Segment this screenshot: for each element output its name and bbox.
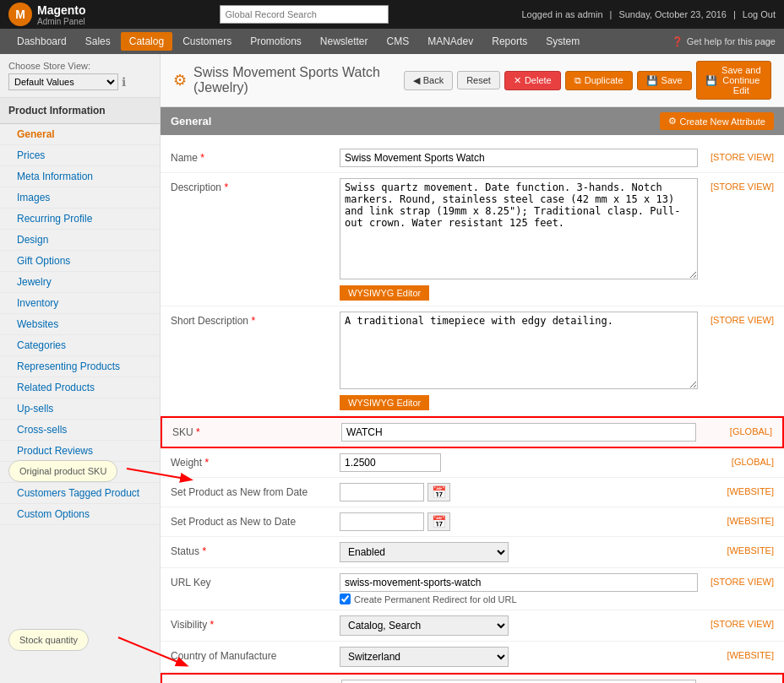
description-scope[interactable]: [STORE VIEW] — [698, 178, 774, 192]
status-select[interactable]: Enabled Disabled — [340, 542, 509, 562]
logout-link[interactable]: Log Out — [743, 9, 776, 19]
visibility-label: Visibility * — [171, 615, 340, 631]
sku-input-wrapper — [341, 423, 696, 442]
store-view-selector: Choose Store View: Default Values ℹ — [0, 54, 160, 98]
visibility-scope[interactable]: [STORE VIEW] — [698, 615, 774, 629]
rep-qty-input[interactable] — [341, 680, 696, 683]
header-search[interactable] — [220, 5, 389, 24]
visibility-input-wrapper: Catalog, Search Catalog Search Not Visib… — [340, 615, 698, 636]
sidebar-item-design[interactable]: Design — [0, 230, 160, 251]
sidebar-item-upsells[interactable]: Up-sells — [0, 398, 160, 420]
nav-reports[interactable]: Reports — [483, 32, 536, 51]
country-scope[interactable]: [WEBSITE] — [698, 647, 774, 660]
sidebar-item-gift[interactable]: Gift Options — [0, 251, 160, 272]
sidebar-item-customers-tagged[interactable]: Customers Tagged Product — [0, 483, 160, 504]
url-scope[interactable]: [STORE VIEW] — [698, 573, 774, 587]
nav-help[interactable]: ❓ Get help for this page — [672, 36, 776, 47]
sidebar-item-jewelry[interactable]: Jewelry — [0, 272, 160, 293]
wysiwyg-editor-btn-1[interactable]: WYSIWYG Editor — [340, 285, 429, 301]
delete-button[interactable]: ✕ Delete — [504, 71, 561, 90]
nav-system[interactable]: System — [537, 32, 588, 51]
nav-promotions[interactable]: Promotions — [242, 32, 310, 51]
short-desc-scope[interactable]: [STORE VIEW] — [698, 312, 774, 325]
name-input[interactable] — [340, 149, 698, 167]
new-from-input[interactable] — [340, 483, 424, 501]
url-key-input[interactable] — [340, 573, 698, 592]
save-continue-icon: 💾 — [705, 75, 717, 86]
sidebar-item-general[interactable]: General — [0, 124, 160, 145]
visibility-required: * — [210, 619, 214, 631]
sidebar-item-representing[interactable]: Representing Products — [0, 356, 160, 377]
info-icon[interactable]: ℹ — [122, 75, 126, 89]
sidebar-item-related[interactable]: Related Products — [0, 377, 160, 398]
rep-qty-scope[interactable]: [GLOBAL] — [696, 680, 772, 683]
callout-stock-text: Stock quantity — [19, 635, 78, 645]
sidebar: Choose Store View: Default Values ℹ Prod… — [0, 54, 161, 683]
global-search-input[interactable] — [220, 5, 389, 24]
url-key-label: URL Key — [171, 573, 340, 588]
nav-cms[interactable]: CMS — [378, 32, 418, 51]
user-info: Logged in as admin — [522, 9, 603, 19]
save-button[interactable]: 💾 Save — [637, 71, 692, 90]
sidebar-item-websites[interactable]: Websites — [0, 314, 160, 335]
short-description-row: Short Description * A traditional timepi… — [161, 306, 784, 416]
visibility-row: Visibility * Catalog, Search Catalog Sea… — [161, 610, 784, 642]
sku-scope[interactable]: [GLOBAL] — [696, 423, 772, 436]
nav-catalog[interactable]: Catalog — [121, 32, 172, 51]
short-description-textarea[interactable]: A traditional timepiece with edgy detail… — [340, 312, 698, 389]
wysiwyg-editor-btn-2[interactable]: WYSIWYG Editor — [340, 395, 429, 410]
store-view-select[interactable]: Default Values — [8, 73, 118, 90]
url-redirect-checkbox[interactable] — [340, 594, 351, 604]
new-from-calendar-btn[interactable]: 📅 — [427, 483, 450, 501]
short-desc-input-wrapper: A traditional timepiece with edgy detail… — [340, 312, 698, 410]
weight-scope[interactable]: [GLOBAL] — [698, 453, 774, 467]
save-continue-button[interactable]: 💾 Save and Continue Edit — [696, 61, 771, 100]
status-input-wrapper: Enabled Disabled — [340, 542, 698, 562]
url-key-row: URL Key Create Permanent Redirect for ol… — [161, 568, 784, 610]
back-button[interactable]: ◀ Back — [404, 71, 453, 90]
main-nav: Dashboard Sales Catalog Customers Promot… — [0, 29, 784, 54]
sku-input[interactable] — [341, 423, 696, 442]
description-textarea[interactable]: Swiss quartz movement. Date function. 3-… — [340, 178, 698, 279]
section-general-header: General ⚙ Create New Attribute — [161, 107, 784, 135]
weight-input[interactable] — [340, 453, 441, 472]
nav-customers[interactable]: Customers — [174, 32, 240, 51]
weight-label: Weight * — [171, 453, 340, 469]
short-desc-label: Short Description * — [171, 312, 340, 327]
name-scope[interactable]: [STORE VIEW] — [698, 149, 774, 162]
nav-manadev[interactable]: MANAdev — [419, 32, 482, 51]
new-to-scope[interactable]: [WEBSITE] — [698, 512, 774, 526]
help-icon: ❓ — [672, 36, 683, 47]
sku-row: SKU * [GLOBAL] — [161, 416, 784, 448]
create-attribute-button[interactable]: ⚙ Create New Attribute — [660, 112, 775, 130]
country-select[interactable]: Switzerland — [340, 647, 509, 667]
new-from-row: Set Product as New from Date 📅 [WEBSITE] — [161, 478, 784, 507]
sidebar-item-meta[interactable]: Meta Information — [0, 166, 160, 187]
visibility-select[interactable]: Catalog, Search Catalog Search Not Visib… — [340, 615, 509, 636]
nav-sales[interactable]: Sales — [77, 32, 119, 51]
sidebar-item-recurring[interactable]: Recurring Profile — [0, 209, 160, 230]
url-key-input-wrapper: Create Permanent Redirect for old URL — [340, 573, 698, 604]
sidebar-item-images[interactable]: Images — [0, 187, 160, 209]
sidebar-item-prices[interactable]: Prices — [0, 145, 160, 166]
duplicate-button[interactable]: ⧉ Duplicate — [565, 71, 633, 90]
description-row: Description * Swiss quartz movement. Dat… — [161, 173, 784, 306]
sidebar-item-categories[interactable]: Categories — [0, 335, 160, 356]
new-from-scope[interactable]: [WEBSITE] — [698, 483, 774, 496]
nav-dashboard[interactable]: Dashboard — [8, 32, 75, 51]
sidebar-item-reviews[interactable]: Product Reviews — [0, 441, 160, 462]
description-input-wrapper: Swiss quartz movement. Date function. 3-… — [340, 178, 698, 301]
sidebar-item-inventory[interactable]: Inventory — [0, 293, 160, 314]
rep-qty-label: Represented Qty (Text) — [172, 680, 341, 683]
sidebar-item-custom-options[interactable]: Custom Options — [0, 504, 160, 525]
country-input-wrapper: Switzerland — [340, 647, 698, 667]
section-body: Name * [STORE VIEW] Description * Swiss … — [161, 135, 784, 683]
nav-newsletter[interactable]: Newsletter — [312, 32, 377, 51]
new-to-input[interactable] — [340, 512, 424, 531]
status-scope[interactable]: [WEBSITE] — [698, 542, 774, 556]
new-to-calendar-btn[interactable]: 📅 — [427, 512, 450, 531]
reset-button[interactable]: Reset — [457, 71, 500, 89]
name-input-wrapper — [340, 149, 698, 167]
sidebar-item-crosssells[interactable]: Cross-sells — [0, 420, 160, 441]
name-row: Name * [STORE VIEW] — [161, 144, 784, 173]
